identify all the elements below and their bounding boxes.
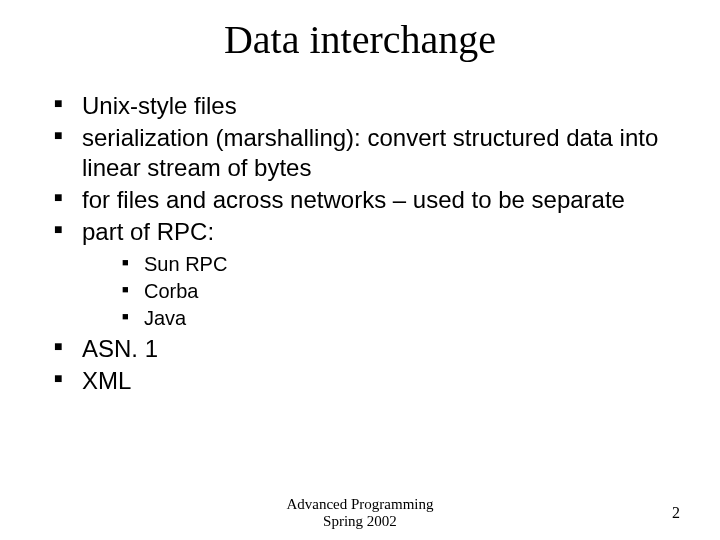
list-item-text: XML — [82, 367, 131, 394]
list-item: Sun RPC — [116, 251, 672, 278]
list-item-text: for files and across networks – used to … — [82, 186, 625, 213]
list-item-text: Java — [144, 307, 186, 329]
footer: Advanced Programming Spring 2002 — [0, 496, 720, 531]
list-item-text: ASN. 1 — [82, 335, 158, 362]
list-item: XML — [48, 366, 672, 396]
list-item-text: Sun RPC — [144, 253, 227, 275]
slide-title: Data interchange — [48, 16, 672, 63]
footer-line: Advanced Programming — [0, 496, 720, 513]
bullet-list: Unix-style files serialization (marshall… — [48, 91, 672, 396]
list-item: part of RPC: Sun RPC Corba Java — [48, 217, 672, 332]
list-item: Corba — [116, 278, 672, 305]
list-item: Java — [116, 305, 672, 332]
page-number: 2 — [672, 504, 680, 522]
list-item-text: part of RPC: — [82, 218, 214, 245]
list-item-text: Corba — [144, 280, 198, 302]
list-item: for files and across networks – used to … — [48, 185, 672, 215]
slide: Data interchange Unix-style files serial… — [0, 0, 720, 540]
footer-line: Spring 2002 — [0, 513, 720, 530]
list-item: serialization (marshalling): convert str… — [48, 123, 672, 183]
list-item: ASN. 1 — [48, 334, 672, 364]
sub-bullet-list: Sun RPC Corba Java — [82, 251, 672, 332]
list-item-text: Unix-style files — [82, 92, 237, 119]
list-item-text: serialization (marshalling): convert str… — [82, 124, 658, 181]
list-item: Unix-style files — [48, 91, 672, 121]
